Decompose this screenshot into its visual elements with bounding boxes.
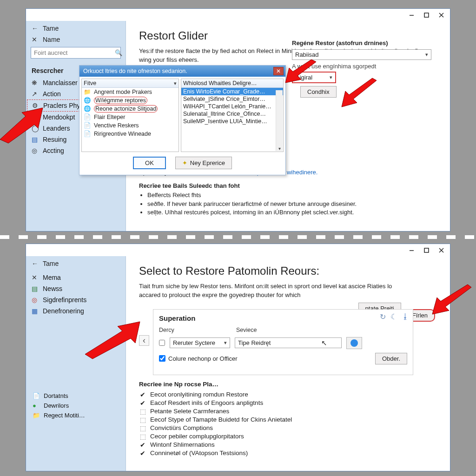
prev-button[interactable]: ‹ <box>139 335 149 346</box>
scroll-down-icon[interactable]: ▾ <box>276 146 283 151</box>
dialog-close-button[interactable]: ✕ <box>273 67 284 75</box>
restor-select[interactable]: Rabiisad ▾ <box>292 49 431 60</box>
group-toolbar: ↻ ☾ ⭳ <box>380 312 409 321</box>
sidebar-item-label: Mema <box>43 274 61 281</box>
sidebar-item-label: Denefronering <box>43 307 84 315</box>
sidebar-item-news[interactable]: ▤ Newss <box>27 283 125 294</box>
x-icon: ✕ <box>32 274 39 281</box>
check-icon: ✔ <box>139 391 146 398</box>
window-bottom: ← Tame ✕ Mema ▤ Newss ◎ Sigdrefinprents … <box>26 244 450 471</box>
maximize-button[interactable] <box>419 245 433 255</box>
list-item[interactable]: 📁Angrent mode Prakers <box>82 88 178 96</box>
left-list[interactable]: Fitve ▾ 📁Angrent mode Prakers 🌐W/iégmme … <box>81 79 179 152</box>
check-icon: ✔ <box>139 450 146 457</box>
globe-icon: 🌐 <box>84 97 91 104</box>
window-chrome <box>26 244 450 256</box>
dot-icon <box>350 339 358 347</box>
window-chrome <box>26 9 450 21</box>
moon-icon[interactable]: ☾ <box>390 312 397 321</box>
refresh-icon[interactable]: ↻ <box>380 312 386 321</box>
list-item[interactable]: 🌐Reone actonize Slitjoad <box>82 105 178 113</box>
col1-label: Dercy <box>159 327 196 333</box>
search-input[interactable] <box>31 47 115 58</box>
check-item[interactable]: ⬚Eecof Stype of Tamapte Buidetd for Ckin… <box>139 416 437 424</box>
link-icon: — <box>32 113 39 121</box>
minimize-button[interactable] <box>404 245 418 255</box>
name-label: Name <box>43 36 60 43</box>
image-divider <box>0 235 476 239</box>
dercy-select[interactable]: Reruter Syctere ▾ <box>170 337 230 348</box>
list-item[interactable]: WilHAPI_TCantlel Lelón_Pranie… <box>181 103 283 110</box>
lead-text: Tiait frum siche by lew Restor tens. Mir… <box>139 282 399 300</box>
check-icon: ✔ <box>139 441 146 449</box>
sidebar-item-label: Newss <box>43 285 62 292</box>
search-icon[interactable]: 🔍 <box>115 49 122 56</box>
news-icon: ▤ <box>32 285 39 292</box>
bullet-item: selļte. Uíhhal restcurés polcest, intomi… <box>147 208 437 217</box>
list-item[interactable]: SuileMP_Isentive LUIA_Mintie… <box>181 118 283 125</box>
right-settings: Regéne Restor (astofrun drnines) Rabiisa… <box>292 40 436 98</box>
list-item[interactable]: 📄Ririgreontive Wineade <box>82 130 178 138</box>
bullet-item: seðfle. If hever bank pariruccer tierarf… <box>147 200 437 209</box>
new-experience-button[interactable]: ✦ Ney Eprerice <box>175 157 232 169</box>
sidebar-footer-regect[interactable]: 📁 Regect Motiti… <box>30 410 122 420</box>
checklist: Recrîee ine Np rocse Pla… ✔Eecot oronlyi… <box>139 381 437 457</box>
dercy-checkbox[interactable] <box>159 340 165 346</box>
dialog-title: Orkuoct ltries do nite ofneston sedanion… <box>83 68 187 74</box>
sidebar: ← Tame ✕ Mema ▤ Newss ◎ Sigdrefinprents … <box>26 256 126 471</box>
sidebar-item-sigdrefin[interactable]: ◎ Sigdrefinprents <box>27 294 125 305</box>
list-item[interactable]: 📄Venctive Reskers <box>82 121 178 130</box>
mini-select[interactable]: Aigiral ▾ <box>292 72 336 83</box>
colure-checkbox[interactable]: Colure nechonp or Officer <box>159 355 238 362</box>
list-item[interactable]: Enis WirtoEvie Comar_Grade… <box>181 88 283 95</box>
check-icon: ✔ <box>139 399 146 407</box>
restor-label: Regéne Restor (astofrun drnines) <box>292 40 436 46</box>
list-item[interactable]: 🌐W/iégmme reptores <box>82 96 178 105</box>
close-window-button[interactable] <box>434 245 448 255</box>
folder-icon: 📁 <box>84 88 91 96</box>
scrollbar[interactable]: ▾ <box>276 90 283 151</box>
check-item[interactable]: ✔Conninetøl of (VAtopson Testsions) <box>139 449 437 457</box>
search-box[interactable]: 🔍 <box>31 47 121 59</box>
ok-button[interactable]: OK <box>133 157 166 169</box>
service-input[interactable]: Tipe Reidręt ↖ <box>235 337 342 348</box>
back-row[interactable]: ← Tame <box>27 258 125 269</box>
button-label: Condhix <box>307 88 330 95</box>
maximize-button[interactable] <box>419 10 433 20</box>
doc-icon: 📄 <box>33 392 40 399</box>
action-dot-button[interactable] <box>346 337 362 349</box>
check-item[interactable]: ✔Eecot oronlyitining romdun Restore <box>139 390 437 399</box>
chevron-down-icon[interactable]: ▾ <box>174 80 177 86</box>
svg-rect-8 <box>424 248 429 252</box>
right-list[interactable]: Whiolosd Whaitles Deligre… Enis WirtoEvi… <box>181 79 284 152</box>
check-item[interactable]: ⬚Convictiürs Comptions <box>139 424 437 432</box>
content-area: Select to Restore Patomolin Reours: Tiai… <box>126 256 450 471</box>
page-icon: 📄 <box>84 113 91 121</box>
users-icon: ⚙ <box>32 102 40 109</box>
sidebar-item-denefron[interactable]: ▦ Denefronering <box>27 305 125 317</box>
left-list-header: Fitve <box>84 80 96 86</box>
checklist-heading: Recrîee ine Np rocse Pla… <box>139 381 437 388</box>
list-item[interactable]: 📄Flair Elteper <box>82 113 178 121</box>
check-item[interactable]: ⬚Petante Selete Carmferanes <box>139 407 437 416</box>
check-item[interactable]: ⬚Cecor pebiler complupglorpitators <box>139 432 437 441</box>
minimize-button[interactable] <box>404 10 418 20</box>
list-item[interactable]: Sulenatal_Iltrine Crice_Ofince… <box>181 110 283 118</box>
back-row[interactable]: ← Tame <box>27 23 125 34</box>
name-row[interactable]: ✕ Name <box>27 34 125 45</box>
sidebar-item-mema[interactable]: ✕ Mema <box>27 272 125 283</box>
wand-icon: ↗ <box>32 90 39 98</box>
check-item[interactable]: ✔Wintonf Shlimernations <box>139 441 437 449</box>
sidebar-footer-dewrilors[interactable]: ● Dewrilors <box>30 401 122 410</box>
condhix-button[interactable]: Condhix <box>300 86 337 98</box>
app-title: Tame <box>43 260 59 267</box>
list-item[interactable]: Sellviate_|Sifine Crice_Eimtor… <box>181 95 283 103</box>
page-icon: 📄 <box>84 122 91 129</box>
obder-button[interactable]: Obder. <box>375 353 407 364</box>
check-item[interactable]: ✔Eacof Resdert inils of Engoors anpligtn… <box>139 399 437 407</box>
bullet-icon: ⬚ <box>139 424 146 432</box>
download-icon[interactable]: ⭳ <box>402 312 409 321</box>
close-window-button[interactable] <box>434 10 448 20</box>
dialog-titlebar[interactable]: Orkuoct ltries do nite ofneston sedanion… <box>79 66 285 77</box>
sidebar-footer-dortatnts[interactable]: 📄 Dortatnts <box>30 391 122 401</box>
